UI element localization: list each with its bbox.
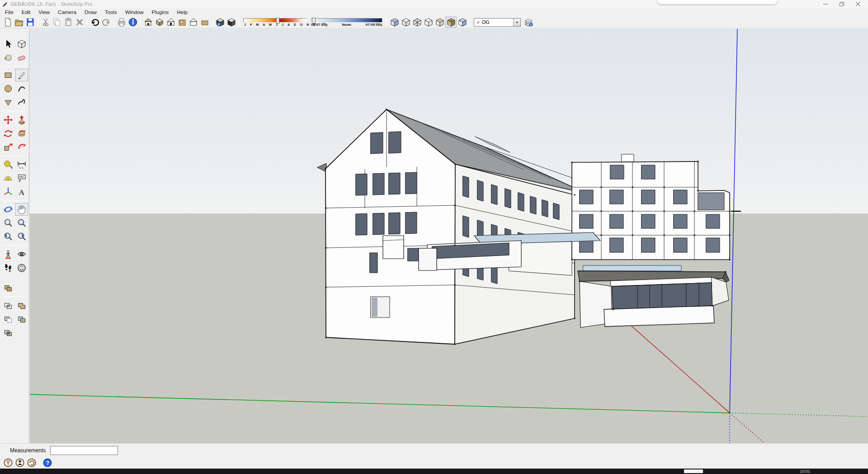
back-edges-button[interactable] [400, 17, 411, 28]
tool-offset-button[interactable] [15, 141, 28, 153]
close-button[interactable] [850, 0, 866, 8]
model-info-button[interactable] [127, 17, 138, 28]
menu-file[interactable]: File [1, 9, 18, 15]
shadow-toggle-button[interactable] [226, 17, 237, 28]
tool-subtract-button[interactable] [2, 313, 14, 325]
restore-button[interactable] [834, 0, 850, 8]
date-slider-thumb[interactable] [276, 18, 279, 24]
tool-position-camera-button[interactable] [2, 248, 14, 261]
tool-zoom-previous-button[interactable] [2, 230, 14, 243]
date-slider-track[interactable] [243, 18, 307, 23]
tool-select-button[interactable] [2, 38, 14, 50]
monochrome-button[interactable] [457, 17, 468, 28]
svg-text:C: C [21, 265, 23, 268]
measurements-input[interactable] [50, 446, 118, 455]
tool-move-button[interactable] [2, 114, 14, 126]
viewport-canvas[interactable] [30, 29, 868, 443]
undo-button[interactable] [89, 17, 100, 28]
shadow-time-slider[interactable]: 05:07 ÉÏÎç Noon 07:05 ÏÂÎç [311, 18, 382, 27]
front-annex [578, 271, 729, 327]
menu-draw[interactable]: Draw [80, 9, 101, 15]
paste-button[interactable] [62, 17, 74, 28]
view-left-button[interactable] [199, 17, 210, 28]
tool-rectangle-button[interactable] [2, 69, 14, 81]
tool-make-component-button[interactable] [15, 38, 28, 50]
menu-camera[interactable]: Camera [54, 9, 80, 15]
erase-button[interactable] [74, 17, 85, 28]
geolocation-button[interactable] [2, 457, 14, 468]
tool-freehand-button[interactable] [15, 96, 28, 109]
tool-zoom-next-button[interactable] [15, 230, 28, 243]
tool-rotate-button[interactable] [2, 127, 14, 140]
tool-orbit-button[interactable] [2, 203, 14, 216]
menu-plugins[interactable]: Plugins [148, 9, 173, 15]
tool-tape-measure-button[interactable] [2, 158, 14, 171]
save-button[interactable] [24, 17, 36, 28]
refresh-button[interactable] [26, 457, 38, 468]
shadow-date-slider[interactable]: J F M A M J J A S O N D [243, 18, 307, 27]
tool-pan-button[interactable] [15, 203, 28, 216]
tool-follow-me-button[interactable] [15, 127, 28, 140]
minimize-button[interactable] [817, 0, 834, 8]
new-button[interactable] [2, 17, 13, 28]
layers-manager-button[interactable] [523, 17, 534, 28]
copy-button[interactable] [51, 17, 62, 28]
view-top-button[interactable] [154, 17, 165, 28]
tool-zoom-extents-button[interactable] [15, 217, 28, 229]
tool-arc-button[interactable] [15, 82, 28, 95]
tool-3d-text-button[interactable]: A [15, 185, 28, 198]
taskbar-item[interactable] [684, 469, 703, 473]
status-bar: Measurements [0, 443, 868, 457]
tool-compass-button[interactable]: CA-5 [15, 261, 28, 274]
layer-dropdown[interactable]: ✓ DG ▼ [474, 18, 521, 27]
help-button[interactable]: ? [42, 457, 53, 468]
tool-line-button[interactable] [15, 69, 28, 81]
tool-circle-button[interactable] [2, 82, 14, 95]
tool-dimension-button[interactable] [15, 158, 28, 171]
tool-zoom-button[interactable] [2, 217, 14, 229]
view-front-button[interactable] [165, 17, 176, 28]
tool-look-around-button[interactable] [15, 248, 28, 261]
tool-scale-button[interactable] [2, 141, 14, 153]
shaded-textures-button[interactable] [445, 17, 457, 28]
shaded-button[interactable] [434, 17, 445, 28]
print-button[interactable] [116, 17, 127, 28]
tool-push-pull-button[interactable] [15, 114, 28, 126]
windows-taskbar[interactable]: 10:01 [0, 469, 868, 474]
refresh-icon [27, 458, 37, 468]
tool-polygon-button[interactable] [2, 96, 14, 109]
redo-button[interactable] [100, 17, 112, 28]
time-slider-thumb[interactable] [312, 18, 316, 24]
new-icon [3, 17, 13, 27]
hidden-line-icon [424, 17, 434, 27]
open-button[interactable] [13, 17, 24, 28]
time-slider-track[interactable] [311, 18, 382, 23]
menu-tools[interactable]: Tools [101, 9, 121, 15]
credit-button[interactable] [14, 457, 26, 468]
view-iso-button[interactable] [142, 17, 154, 28]
cut-button[interactable] [40, 17, 51, 28]
menu-view[interactable]: View [34, 9, 54, 15]
menu-window[interactable]: Window [121, 9, 148, 15]
tool-walk-button[interactable] [2, 261, 14, 274]
tool-axes-button[interactable] [2, 185, 14, 198]
wireframe-button[interactable] [411, 17, 423, 28]
tool-text-button[interactable]: ABC [15, 172, 28, 185]
menu-edit[interactable]: Edit [18, 9, 35, 15]
tool-outer-shell-button[interactable] [2, 281, 14, 294]
tool-paint-bucket-button[interactable] [2, 51, 14, 64]
layer-dropdown-arrow-icon[interactable]: ▼ [513, 19, 520, 26]
hidden-line-button[interactable] [423, 17, 434, 28]
model-viewport[interactable] [30, 29, 868, 443]
tool-union-button[interactable] [15, 299, 28, 312]
tool-split-button[interactable] [2, 326, 14, 339]
view-right-button[interactable] [176, 17, 188, 28]
tool-trim-button[interactable] [15, 313, 28, 325]
xray-button[interactable] [389, 17, 400, 28]
tool-intersect-button[interactable] [2, 299, 14, 312]
tool-protractor-button[interactable] [2, 172, 14, 185]
shadow-settings-button[interactable] [214, 17, 226, 28]
view-back-button[interactable] [188, 17, 199, 28]
menu-help[interactable]: Help [173, 9, 192, 15]
tool-eraser-button[interactable] [15, 51, 28, 64]
